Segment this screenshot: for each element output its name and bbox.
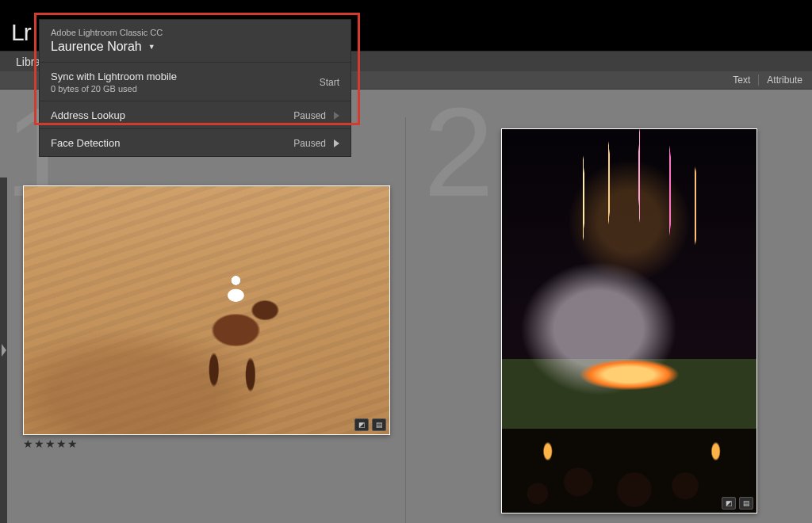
badge-develop-icon[interactable]: ◩ <box>722 497 736 510</box>
account-name[interactable]: Laurence Norah ▼ <box>51 40 339 54</box>
filter-separator <box>758 74 759 86</box>
play-icon[interactable] <box>334 112 339 120</box>
lightroom-window: Lr Library Text Attribute Adobe Lightroo… <box>0 0 812 523</box>
play-icon[interactable] <box>334 139 339 147</box>
badge-stack-icon[interactable]: ▤ <box>739 497 753 510</box>
badge-stack-icon[interactable]: ▤ <box>372 418 386 431</box>
thumb-1-badges: ◩ ▤ <box>354 418 386 431</box>
activity-sync-sub: 0 bytes of 20 GB used <box>51 84 177 94</box>
badge-develop-icon[interactable]: ◩ <box>354 418 369 431</box>
activity-face-title: Face Detection <box>51 137 120 149</box>
app-name: Adobe Lightroom Classic CC <box>51 28 339 37</box>
photo-horse-rider-desert <box>24 186 389 434</box>
activity-lookup-status: Paused <box>293 110 326 121</box>
photo-thumb-2[interactable]: ◩ ▤ <box>501 128 757 513</box>
activity-sync-title: Sync with Lightroom mobile <box>51 71 177 82</box>
compare-cell-2[interactable]: 2 ◩ ▤ <box>406 89 812 523</box>
photo-fireworks-bonfire-crowd <box>502 129 756 513</box>
compare-index-2: 2 <box>423 89 494 216</box>
rating-stars-thumb-1[interactable]: ★★★★★ <box>23 437 79 450</box>
account-name-label: Laurence Norah <box>51 40 142 54</box>
chevron-down-icon: ▼ <box>148 43 155 51</box>
activity-face-detection-row[interactable]: Face Detection Paused <box>40 128 350 156</box>
chevron-right-icon <box>2 344 6 357</box>
activity-lookup-title: Address Lookup <box>51 109 125 121</box>
identity-activity-panel: Adobe Lightroom Classic CC Laurence Nora… <box>39 19 351 157</box>
thumb-2-badges: ◩ ▤ <box>722 497 753 510</box>
app-logo-fragment: Lr <box>11 19 31 46</box>
photo-thumb-1[interactable]: ◩ ▤ <box>23 185 390 435</box>
activity-sync-action[interactable]: Start <box>320 77 339 88</box>
filter-attribute[interactable]: Attribute <box>767 74 802 86</box>
left-panel-expand-handle[interactable] <box>0 178 7 523</box>
activity-address-lookup-row[interactable]: Address Lookup Paused <box>40 101 350 128</box>
identity-header[interactable]: Adobe Lightroom Classic CC Laurence Nora… <box>40 20 350 62</box>
activity-sync-row[interactable]: Sync with Lightroom mobile 0 bytes of 20… <box>40 62 350 101</box>
filter-text[interactable]: Text <box>733 74 750 86</box>
activity-face-status: Paused <box>293 138 326 149</box>
